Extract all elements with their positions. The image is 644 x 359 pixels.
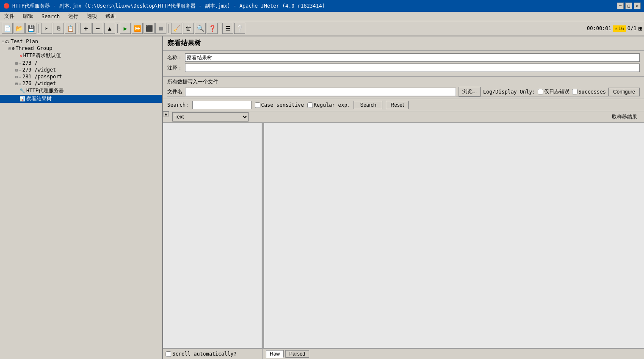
panel-title: 察看结果树: [163, 36, 644, 51]
toolbar-separator-1: [39, 24, 39, 33]
add-button[interactable]: +: [80, 23, 91, 34]
start-button[interactable]: ▶: [120, 23, 131, 34]
stop-button[interactable]: ⬛: [144, 23, 155, 34]
right-pane: [264, 123, 644, 348]
menu-item-运行[interactable]: 运行: [66, 12, 81, 21]
titlebar-controls: ─ □ ✕: [617, 3, 641, 9]
tree-panel: ⊟🗂Test Plan⊟⚙Thread Group✕HTTP请求默认值⊞✏273…: [0, 36, 163, 359]
menu-item-选项[interactable]: 选项: [84, 12, 100, 21]
successes-checkbox[interactable]: [572, 89, 578, 94]
type-dropdown[interactable]: Text: [172, 112, 249, 122]
tree-item-item-281[interactable]: ⊞✏281 /passport: [0, 73, 162, 80]
open-button[interactable]: 📂: [14, 23, 25, 34]
expand-item-273[interactable]: ⊞: [15, 61, 18, 66]
menu-item-Search[interactable]: Search: [39, 13, 62, 20]
page-count: 0/1: [627, 25, 637, 31]
comment-row: 注释：: [167, 64, 640, 72]
log-button[interactable]: ☰: [222, 23, 233, 34]
expand-item-279[interactable]: ⊞: [15, 68, 18, 72]
tree-item-test-plan[interactable]: ⊟🗂Test Plan: [0, 38, 162, 45]
save-button[interactable]: 💾: [25, 23, 36, 34]
maximize-button[interactable]: □: [625, 3, 632, 9]
close-button[interactable]: ✕: [634, 3, 641, 9]
help2-button[interactable]: ❔: [234, 23, 245, 34]
tree-label-result-tree: 察看结果树: [26, 95, 52, 102]
name-row: 名称：: [167, 53, 640, 62]
tree-item-http-defaults[interactable]: ✕HTTP请求默认值: [0, 52, 162, 60]
timer-display: 00:00:01: [587, 25, 611, 31]
tree-icon-test-plan: 🗂: [5, 39, 10, 44]
comment-label: 注释：: [167, 64, 182, 72]
tree-icon-item-276: ✏: [19, 81, 22, 86]
regular-exp-checkbox[interactable]: [307, 102, 313, 108]
tree-icon-http-defaults: ✕: [19, 53, 22, 58]
expand-view-icon[interactable]: ⊞: [638, 25, 642, 33]
collapse-arrow[interactable]: ▲: [163, 111, 169, 116]
raw-tab[interactable]: Raw: [266, 350, 284, 358]
start-no-pause-button[interactable]: ⏩: [132, 23, 143, 34]
warning-badge: ⚠ 16: [613, 25, 626, 32]
form-area: 名称： 注释：: [163, 51, 644, 77]
tree-item-result-tree[interactable]: 📊察看结果树: [0, 95, 162, 103]
toolbar-separator-5: [220, 24, 220, 33]
help-button[interactable]: ❓: [207, 23, 218, 34]
cut-button[interactable]: ✂: [41, 23, 52, 34]
reset-button[interactable]: Reset: [386, 101, 408, 109]
menu-item-文件[interactable]: 文件: [2, 12, 17, 21]
clear-all-button[interactable]: 🗑: [183, 23, 194, 34]
errors-checkbox[interactable]: [538, 89, 543, 94]
tree-item-item-273[interactable]: ⊞✏273 /: [0, 60, 162, 66]
configure-button[interactable]: Configure: [608, 88, 640, 96]
tree-item-item-276[interactable]: ⊞✏276 /widget: [0, 80, 162, 87]
raw-parsed-row: Raw Parsed: [263, 348, 644, 359]
browse-button[interactable]: 浏览...: [459, 87, 481, 97]
tree-icon-item-279: ✏: [19, 67, 22, 73]
bottom-row: Scroll automatically?: [163, 348, 263, 359]
errors-checkbox-label: 仅日志错误: [538, 88, 569, 95]
left-pane: [163, 123, 263, 348]
name-input[interactable]: [185, 53, 640, 62]
minimize-button[interactable]: ─: [617, 3, 624, 9]
remove-button[interactable]: −: [92, 23, 103, 34]
warning-icon: ⚠: [615, 26, 618, 31]
comment-input[interactable]: [185, 64, 640, 72]
results-area: ▲ Text 取样器结果 Scroll automatica: [163, 111, 644, 359]
case-sensitive-text: Case sensitive: [261, 102, 304, 108]
expand-test-plan[interactable]: ⊟: [2, 39, 4, 44]
tree-label-item-281: 281 /passport: [22, 74, 62, 80]
paste-button[interactable]: 📋: [65, 23, 76, 34]
clear-button[interactable]: 🧹: [171, 23, 182, 34]
regular-exp-text: Regular exp.: [314, 102, 351, 108]
successes-label-text: Successes: [578, 89, 606, 95]
tree-icon-item-273: ✏: [19, 61, 22, 66]
new-button[interactable]: 📄: [2, 23, 13, 34]
regular-exp-label: Regular exp.: [307, 102, 351, 108]
menu-item-帮助[interactable]: 帮助: [103, 12, 118, 21]
tree-item-item-279[interactable]: ⊞✏279 /widget: [0, 66, 162, 73]
shutdown-button[interactable]: ⏹: [155, 23, 166, 34]
menu-item-编辑[interactable]: 编辑: [20, 12, 36, 21]
right-pane-header: 取样器结果: [250, 113, 641, 121]
scroll-automatically-checkbox[interactable]: [166, 351, 171, 357]
expand-item-276[interactable]: ⊞: [15, 81, 18, 86]
expand-thread-group[interactable]: ⊟: [8, 46, 11, 51]
app-icon: 🔴: [3, 3, 10, 9]
tree-label-item-276: 276 /widget: [22, 80, 56, 86]
expand-item-281[interactable]: ⊞: [15, 75, 18, 79]
file-name-input[interactable]: [185, 88, 456, 96]
search-button[interactable]: Search: [354, 101, 382, 109]
tree-item-thread-group[interactable]: ⊟⚙Thread Group: [0, 45, 162, 52]
parsed-tab[interactable]: Parsed: [285, 350, 309, 358]
toolbar-separator-4: [169, 24, 169, 33]
case-sensitive-checkbox[interactable]: [255, 102, 260, 108]
file-name-label: 文件名: [167, 88, 182, 95]
toolbar: 📄 📂 💾 ✂ ⎘ 📋 + − ▲ ▶ ⏩ ⬛ ⏹ 🧹 🗑 🔍 ❓ ☰ ❔ 00…: [0, 21, 644, 36]
timer-area: 00:00:01 ⚠ 16 0/1 ⊞: [587, 25, 642, 33]
search-input[interactable]: [192, 101, 252, 109]
tree-item-http-proxy[interactable]: 🔧HTTP代理服务器: [0, 87, 162, 95]
move-up-button[interactable]: ▲: [104, 23, 115, 34]
file-row: 文件名 浏览... Log/Display Only: 仅日志错误 Succes…: [167, 87, 640, 97]
dropdown-row: ▲ Text 取样器结果: [163, 111, 644, 123]
search-icon-button[interactable]: 🔍: [195, 23, 206, 34]
copy-button[interactable]: ⎘: [53, 23, 64, 34]
